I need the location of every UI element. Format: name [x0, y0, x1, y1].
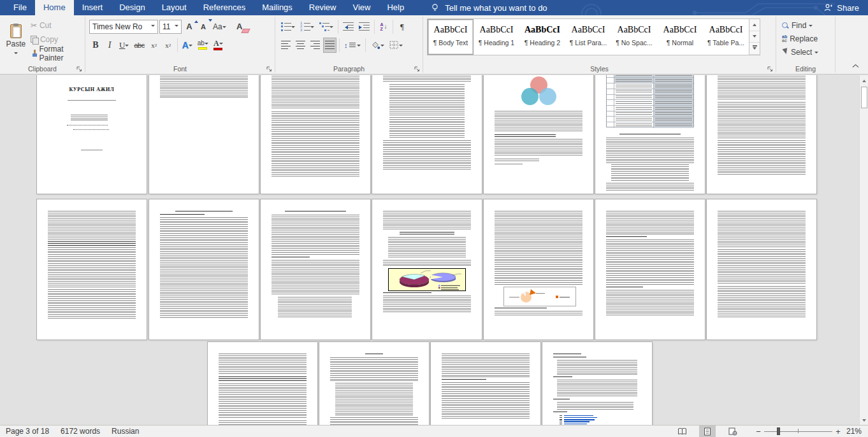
tab-file[interactable]: File — [5, 0, 35, 15]
read-mode-button[interactable] — [674, 426, 690, 437]
zoom-slider[interactable] — [764, 427, 832, 436]
zoom-level-label[interactable]: 21% — [844, 427, 868, 436]
zoom-slider-thumb[interactable] — [777, 427, 780, 435]
style-item-table-pa[interactable]: AaBbCcI¶ Table Pa... — [703, 19, 749, 55]
font-color-button[interactable]: A — [212, 38, 225, 53]
numbering-button[interactable]: 123 — [298, 19, 316, 34]
cell-text-lines — [616, 101, 652, 104]
print-layout-button[interactable] — [699, 426, 716, 437]
underline-button[interactable]: U — [117, 38, 131, 53]
align-center-button[interactable] — [294, 38, 307, 53]
show-formatting-marks-button[interactable]: ¶ — [396, 19, 409, 34]
page-indicator[interactable]: Page 3 of 18 — [0, 427, 55, 436]
paragraph-dialog-launcher[interactable] — [414, 66, 420, 72]
scroll-down-button[interactable] — [860, 415, 868, 426]
document-page-1[interactable]: КУРСЫН АЖИЛ — [37, 75, 147, 194]
text-effects-button[interactable]: A — [180, 38, 194, 53]
align-left-button[interactable] — [279, 38, 293, 53]
tab-review[interactable]: Review — [301, 0, 345, 15]
document-page-10[interactable] — [261, 199, 370, 340]
document-page-13[interactable] — [595, 199, 705, 340]
sort-button[interactable]: AZ ↓ — [377, 19, 390, 34]
document-page-3[interactable] — [261, 75, 370, 194]
web-layout-button[interactable] — [725, 426, 741, 437]
style-item-body-text[interactable]: AaBbCcI¶ Body Text — [428, 19, 474, 55]
style-sample: AaBbCcI — [474, 25, 519, 35]
styles-scroll-down-button[interactable] — [749, 31, 760, 43]
shrink-font-button[interactable]: A — [197, 19, 210, 34]
scroll-up-button[interactable] — [860, 75, 868, 85]
paste-button[interactable]: Paste — [4, 17, 28, 63]
strikethrough-button[interactable]: abc — [132, 38, 146, 53]
clipboard-dialog-launcher[interactable] — [76, 66, 82, 72]
document-page-8[interactable] — [37, 199, 147, 340]
replace-button[interactable]: abac Replace — [780, 32, 832, 45]
font-dialog-launcher[interactable] — [266, 66, 272, 72]
superscript-button[interactable]: x2 — [162, 38, 175, 53]
tab-view[interactable]: View — [344, 0, 379, 15]
bold-button[interactable]: B — [89, 38, 102, 53]
tell-me-box[interactable]: Tell me what you want to do — [430, 0, 547, 15]
document-page-7[interactable] — [707, 75, 816, 194]
word-count[interactable]: 6172 words — [55, 427, 106, 436]
vertical-scrollbar[interactable] — [859, 75, 868, 426]
select-button[interactable]: Select — [780, 46, 832, 59]
document-page-2[interactable] — [149, 75, 259, 194]
tab-mailings[interactable]: Mailings — [254, 0, 301, 15]
share-button[interactable]: Share — [823, 0, 859, 15]
styles-dialog-launcher[interactable] — [767, 66, 773, 72]
collapse-ribbon-button[interactable] — [852, 59, 859, 71]
document-page-5[interactable] — [484, 75, 593, 194]
zoom-in-button[interactable]: + — [832, 427, 844, 436]
format-painter-button[interactable]: Format Painter — [28, 47, 82, 60]
table-cell — [614, 95, 654, 100]
document-page-4[interactable] — [372, 75, 482, 194]
style-item-list-para[interactable]: AaBbCcI¶ List Para... — [565, 19, 611, 55]
tab-insert[interactable]: Insert — [74, 0, 112, 15]
style-item-heading-1[interactable]: AaBbCcI¶ Heading 1 — [474, 19, 519, 55]
highlight-color-button[interactable]: ab — [196, 38, 210, 53]
bullets-button[interactable] — [279, 19, 297, 34]
decrease-indent-button[interactable] — [341, 19, 356, 34]
increase-indent-button[interactable] — [357, 19, 372, 34]
align-right-button[interactable] — [308, 38, 322, 53]
zoom-out-button[interactable]: − — [753, 427, 764, 436]
italic-button[interactable]: I — [103, 38, 116, 53]
find-button[interactable]: Find — [780, 19, 832, 32]
shading-button[interactable] — [368, 38, 386, 53]
line-spacing-button[interactable]: ↕ — [342, 38, 363, 53]
cell-text-lines — [655, 90, 692, 93]
document-page-18[interactable] — [542, 342, 652, 426]
change-case-button[interactable]: Aa — [211, 19, 228, 34]
style-item-normal[interactable]: AaBbCcI¶ Normal — [657, 19, 703, 55]
document-page-9[interactable] — [149, 199, 259, 340]
style-item-heading-2[interactable]: AaBbCcI¶ Heading 2 — [519, 19, 565, 55]
tab-layout[interactable]: Layout — [154, 0, 195, 15]
clear-formatting-button[interactable]: A — [233, 19, 246, 34]
multilevel-list-button[interactable] — [317, 19, 335, 34]
document-page-16[interactable] — [319, 342, 429, 426]
styles-scroll-up-button[interactable] — [749, 19, 760, 31]
tab-help[interactable]: Help — [379, 0, 412, 15]
scrollbar-thumb[interactable] — [861, 87, 867, 108]
document-page-11[interactable] — [372, 199, 482, 340]
grow-font-button[interactable]: A — [183, 19, 196, 34]
document-page-14[interactable] — [707, 199, 816, 340]
font-size-combo[interactable]: 11 — [159, 20, 182, 34]
document-page-15[interactable] — [208, 342, 317, 426]
document-page-17[interactable] — [431, 342, 540, 426]
document-page-12[interactable] — [484, 199, 593, 340]
document-page-6[interactable] — [595, 75, 705, 194]
tab-design[interactable]: Design — [111, 0, 153, 15]
justify-button[interactable] — [323, 38, 336, 53]
borders-button[interactable] — [387, 38, 405, 53]
table-cell — [614, 117, 654, 122]
subscript-button[interactable]: x2 — [148, 38, 161, 53]
tab-home[interactable]: Home — [35, 0, 74, 15]
font-name-combo[interactable]: Times New Ro — [89, 20, 158, 34]
language-indicator[interactable]: Russian — [106, 427, 145, 436]
cut-button[interactable]: ✂ Cut — [28, 18, 82, 32]
style-item-no-spac[interactable]: AaBbCcI¶ No Spac... — [611, 19, 657, 55]
styles-more-button[interactable] — [749, 43, 760, 55]
tab-references[interactable]: References — [195, 0, 254, 15]
